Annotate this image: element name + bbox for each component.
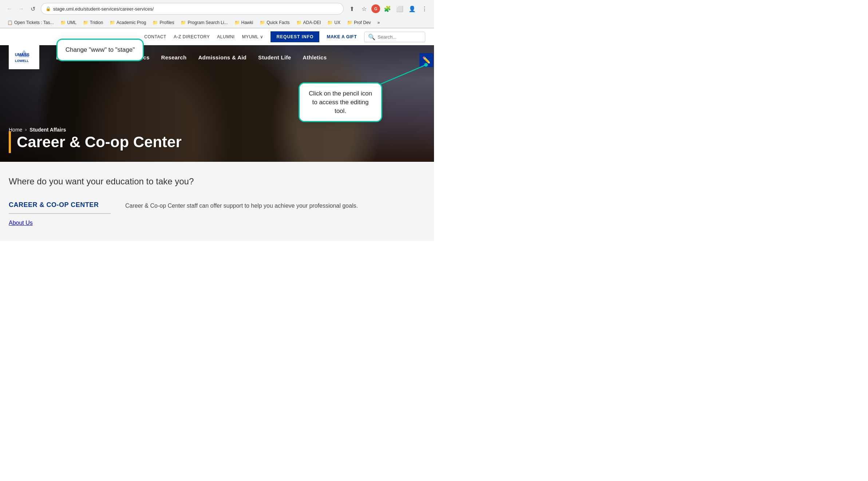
bookmark-icon: 📁 bbox=[110, 20, 115, 25]
main-content: Career & Co-op Center staff can offer su… bbox=[125, 201, 425, 226]
bookmark-icon: 📋 bbox=[7, 20, 13, 25]
bookmark-label: Quick Facts bbox=[267, 20, 289, 25]
url-input[interactable] bbox=[53, 6, 339, 12]
annotation-change-www: Change "www" to "stage" bbox=[56, 39, 144, 61]
forward-button[interactable]: → bbox=[16, 4, 26, 14]
logo-icon: UMASS LOWELL bbox=[13, 48, 35, 66]
website: CONTACT A-Z DIRECTORY ALUMNI MYUML ∨ REQ… bbox=[0, 28, 434, 241]
accent-bar bbox=[9, 131, 11, 153]
content-columns: CAREER & CO-OP CENTER About Us Career & … bbox=[9, 201, 425, 226]
make-gift-button[interactable]: MAKE A GIFT bbox=[327, 34, 357, 39]
bookmark-profiles[interactable]: 📁 Profiles bbox=[150, 19, 177, 26]
menu-button[interactable]: ⋮ bbox=[419, 4, 430, 14]
request-info-button[interactable]: REQUEST INFO bbox=[271, 31, 319, 42]
contact-link[interactable]: CONTACT bbox=[144, 34, 166, 39]
svg-text:LOWELL: LOWELL bbox=[15, 59, 29, 63]
page-title: Career & Co-op Center bbox=[17, 133, 182, 151]
bookmark-prof-dev[interactable]: 📁 Prof Dev bbox=[344, 19, 374, 26]
bookmark-label: ADA-DEI bbox=[303, 20, 321, 25]
bookmark-label: Profiles bbox=[159, 20, 174, 25]
share-button[interactable]: ⬆ bbox=[347, 4, 357, 14]
pencil-edit-button[interactable]: ✏️ bbox=[419, 53, 433, 67]
sidebar-about-us-link[interactable]: About Us bbox=[9, 220, 33, 226]
bookmark-icon: 📁 bbox=[60, 20, 66, 25]
browser-toolbar: ← → ↺ 🔒 ⬆ ☆ G 🧩 ⬜ 👤 ⋮ bbox=[0, 0, 434, 17]
bookmark-label: Tridion bbox=[90, 20, 103, 25]
bookmark-icon: 📁 bbox=[83, 20, 88, 25]
bookmark-academic[interactable]: 📁 Academic Prog bbox=[107, 19, 149, 26]
account-button[interactable]: 👤 bbox=[407, 4, 417, 14]
bookmark-icon: 📁 bbox=[296, 20, 302, 25]
back-button[interactable]: ← bbox=[4, 4, 15, 14]
bookmark-label: UML bbox=[67, 20, 76, 25]
nav-buttons: ← → ↺ bbox=[4, 4, 38, 14]
description-text: Career & Co-op Center staff can offer su… bbox=[125, 201, 425, 211]
bookmark-program-search[interactable]: 📁 Program Search Li... bbox=[178, 19, 230, 26]
bookmark-icon: 📁 bbox=[234, 20, 240, 25]
logo-area[interactable]: UMASS LOWELL bbox=[9, 45, 39, 69]
content-area: Where do you want your education to take… bbox=[0, 162, 434, 241]
bookmark-icon: 📁 bbox=[347, 20, 352, 25]
bookmark-label: Prof Dev bbox=[354, 20, 371, 25]
profile-icon[interactable]: G bbox=[371, 4, 380, 13]
maximize-button[interactable]: ⬜ bbox=[395, 4, 405, 14]
address-bar[interactable]: 🔒 bbox=[41, 3, 344, 15]
bookmark-hawki[interactable]: 📁 Hawki bbox=[232, 19, 256, 26]
nav-athletics[interactable]: Athletics bbox=[297, 47, 332, 68]
sidebar-title: CAREER & CO-OP CENTER bbox=[9, 201, 111, 214]
bookmark-label: Academic Prog bbox=[117, 20, 146, 25]
alumni-link[interactable]: ALUMNI bbox=[217, 34, 234, 39]
bookmarks-bar: 📋 Open Tickets : Tas... 📁 UML 📁 Tridion … bbox=[0, 17, 434, 28]
bookmark-icon: 📁 bbox=[181, 20, 186, 25]
hero-title-area: Career & Co-op Center bbox=[9, 131, 182, 153]
bookmark-open-tickets[interactable]: 📋 Open Tickets : Tas... bbox=[4, 19, 57, 26]
university-logo: UMASS LOWELL bbox=[9, 45, 39, 69]
annotation-click-pencil: Click on the pencil icon to access the e… bbox=[299, 82, 382, 122]
bookmark-button[interactable]: ☆ bbox=[359, 4, 369, 14]
az-directory-link[interactable]: A-Z DIRECTORY bbox=[174, 34, 210, 39]
lock-icon: 🔒 bbox=[46, 6, 51, 11]
bookmark-tridion[interactable]: 📁 Tridion bbox=[80, 19, 106, 26]
bookmark-more[interactable]: » bbox=[375, 19, 383, 26]
bookmark-label: Program Search Li... bbox=[188, 20, 228, 25]
bookmark-label: UX bbox=[334, 20, 340, 25]
sidebar: CAREER & CO-OP CENTER About Us bbox=[9, 201, 111, 226]
reload-button[interactable]: ↺ bbox=[28, 4, 38, 14]
bookmark-icon: 📁 bbox=[327, 20, 333, 25]
browser-actions: ⬆ ☆ G 🧩 ⬜ 👤 ⋮ bbox=[347, 4, 430, 14]
search-icon: 🔍 bbox=[368, 34, 375, 40]
extensions-button[interactable]: 🧩 bbox=[382, 4, 392, 14]
myuml-link[interactable]: MYUML ∨ bbox=[242, 34, 264, 39]
bookmark-label: Hawki bbox=[241, 20, 253, 25]
annotation-change-www-text: Change "www" to "stage" bbox=[66, 46, 135, 53]
search-input[interactable] bbox=[378, 34, 421, 40]
bookmark-label: Open Tickets : Tas... bbox=[14, 20, 54, 25]
bookmark-icon: 📁 bbox=[153, 20, 158, 25]
annotation-click-pencil-text: Click on the pencil icon to access the e… bbox=[309, 90, 372, 114]
bookmark-more-label: » bbox=[378, 20, 380, 25]
bookmark-uml[interactable]: 📁 UML bbox=[58, 19, 79, 26]
tagline: Where do you want your education to take… bbox=[9, 176, 425, 187]
search-box[interactable]: 🔍 bbox=[364, 32, 425, 42]
nav-research[interactable]: Research bbox=[155, 47, 193, 68]
bookmark-ada-dei[interactable]: 📁 ADA-DEI bbox=[293, 19, 324, 26]
bookmark-ux[interactable]: 📁 UX bbox=[324, 19, 343, 26]
nav-student-life[interactable]: Student Life bbox=[252, 47, 297, 68]
bookmark-icon: 📁 bbox=[260, 20, 265, 25]
bookmark-quick-facts[interactable]: 📁 Quick Facts bbox=[257, 19, 292, 26]
nav-admissions[interactable]: Admissions & Aid bbox=[192, 47, 252, 68]
